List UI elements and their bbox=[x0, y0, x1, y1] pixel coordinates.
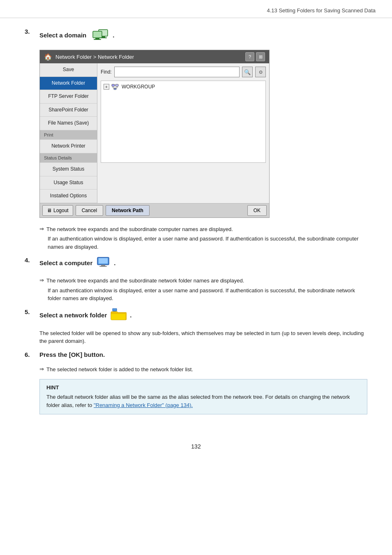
svg-rect-4 bbox=[95, 38, 99, 39]
sidebar-item-sharepoint[interactable]: SharePoint Folder bbox=[40, 104, 97, 117]
logout-button[interactable]: 🖥 Logout bbox=[42, 205, 73, 216]
tree-item-workgroup[interactable]: + WORKGROUP bbox=[104, 83, 263, 90]
ok-button[interactable]: OK bbox=[247, 205, 267, 216]
hint-box: HINT The default network folder alias wi… bbox=[39, 379, 367, 414]
sidebar-item-save[interactable]: Save bbox=[40, 63, 97, 77]
logout-icon: 🖥 bbox=[47, 208, 52, 213]
step-4-main-hint: The network tree expands and the subordi… bbox=[46, 277, 244, 285]
search-button[interactable]: 🔍 bbox=[242, 67, 253, 77]
help-icon[interactable]: ? bbox=[245, 52, 254, 61]
svg-rect-14 bbox=[99, 258, 108, 264]
svg-rect-5 bbox=[94, 39, 101, 40]
sidebar-section-status: Status Details bbox=[40, 153, 97, 163]
panel-bottombar: 🖥 Logout Cancel Network Path OK bbox=[40, 203, 269, 217]
panel-main: Find: 🔍 ⊙ + bbox=[97, 63, 269, 203]
step-4-hints: ⇒ The network tree expands and the subor… bbox=[39, 277, 367, 303]
computer-icon bbox=[96, 257, 111, 269]
step-5-hint: The selected folder will be opened to sh… bbox=[39, 329, 367, 345]
tree-area: + WORKGROUP bbox=[101, 81, 266, 163]
header-title: 4.13 Setting Folders for Saving Scanned … bbox=[267, 7, 376, 14]
page-header: 4.13 Setting Folders for Saving Scanned … bbox=[0, 0, 392, 18]
home-icon: 🏠 bbox=[44, 53, 52, 61]
hint-box-text: The default network folder alias will be… bbox=[46, 393, 360, 409]
svg-rect-15 bbox=[101, 265, 105, 266]
sidebar-item-system-status[interactable]: System Status bbox=[40, 163, 97, 176]
sidebar-item-network-printer[interactable]: Network Printer bbox=[40, 140, 97, 153]
step-3-text: Select a domain . bbox=[39, 28, 114, 42]
page-number: 132 bbox=[0, 431, 392, 458]
network-path-button[interactable]: Network Path bbox=[106, 205, 150, 216]
svg-rect-12 bbox=[114, 88, 116, 90]
tree-expand-btn[interactable]: + bbox=[104, 84, 109, 90]
svg-rect-7 bbox=[115, 84, 118, 86]
step-5-hints: The selected folder will be opened to sh… bbox=[39, 329, 367, 345]
sidebar-section-print: Print bbox=[40, 130, 97, 140]
step-3-indent-hint: If an authentication window is displayed… bbox=[48, 235, 367, 251]
sidebar-item-installed-options[interactable]: Installed Options bbox=[40, 190, 97, 203]
sidebar-item-ftp[interactable]: FTP Server Folder bbox=[40, 90, 97, 104]
step-4-indent-hint: If an authentication window is displayed… bbox=[48, 287, 367, 303]
step-6-arrow: ⇒ bbox=[39, 366, 44, 372]
svg-rect-19 bbox=[111, 314, 126, 320]
hint-box-title: HINT bbox=[46, 384, 360, 391]
step-3: 3. Select a domain . bbox=[25, 28, 367, 42]
hint-box-link[interactable]: "Renaming a Network Folder" (page 134). bbox=[94, 402, 193, 408]
panel-titlebar: 🏠 Network Folder > Network Folder ? ⊞ bbox=[40, 50, 269, 63]
step-3-number: 3. bbox=[25, 28, 39, 35]
step-6: 6. Press the [OK] button. bbox=[25, 351, 367, 358]
step-4-number: 4. bbox=[25, 257, 39, 264]
cancel-button[interactable]: Cancel bbox=[76, 205, 103, 216]
step-3-arrow: ⇒ bbox=[39, 226, 44, 232]
sidebar-item-usage-status[interactable]: Usage Status bbox=[40, 176, 97, 190]
step-6-label: Press the [OK] button. bbox=[39, 351, 105, 358]
svg-rect-16 bbox=[99, 266, 107, 267]
sidebar-item-filenames[interactable]: File Names (Save) bbox=[40, 117, 97, 130]
step-6-hints: ⇒ The selected network folder is added t… bbox=[39, 365, 367, 374]
folder-icon bbox=[110, 308, 127, 322]
sidebar-item-network-folder[interactable]: Network Folder bbox=[40, 77, 97, 90]
step-4-text: Select a computer . bbox=[39, 257, 115, 269]
find-label: Find: bbox=[101, 69, 112, 75]
step-5: 5. Select a network folder . bbox=[25, 308, 367, 322]
network-icon bbox=[111, 83, 119, 90]
domain-icon bbox=[91, 28, 109, 42]
svg-rect-3 bbox=[93, 31, 102, 38]
svg-rect-17 bbox=[113, 308, 117, 311]
tree-item-label: WORKGROUP bbox=[122, 84, 155, 90]
logout-label: Logout bbox=[53, 208, 69, 213]
svg-rect-6 bbox=[112, 84, 115, 86]
step-5-number: 5. bbox=[25, 308, 39, 315]
step-4: 4. Select a computer . bbox=[25, 257, 367, 269]
step-6-text: Press the [OK] button. bbox=[39, 351, 105, 358]
ui-panel: 🏠 Network Folder > Network Folder ? ⊞ Sa… bbox=[39, 50, 270, 218]
find-prev-button[interactable]: ⊙ bbox=[255, 67, 266, 77]
step-3-main-hint: The network tree expands and the subordi… bbox=[46, 225, 233, 234]
panel-title: Network Folder > Network Folder bbox=[55, 54, 134, 60]
panel-sidebar: Save Network Folder FTP Server Folder Sh… bbox=[40, 63, 97, 203]
step-4-arrow: ⇒ bbox=[39, 277, 44, 283]
step-5-text: Select a network folder . bbox=[39, 308, 131, 322]
grid-icon[interactable]: ⊞ bbox=[256, 52, 265, 61]
find-input[interactable] bbox=[114, 67, 240, 77]
step-3-hints: ⇒ The network tree expands and the subor… bbox=[39, 225, 367, 251]
step-6-number: 6. bbox=[25, 351, 39, 358]
find-row: Find: 🔍 ⊙ bbox=[101, 67, 266, 77]
step-6-main-hint: The selected network folder is added to … bbox=[46, 365, 193, 374]
